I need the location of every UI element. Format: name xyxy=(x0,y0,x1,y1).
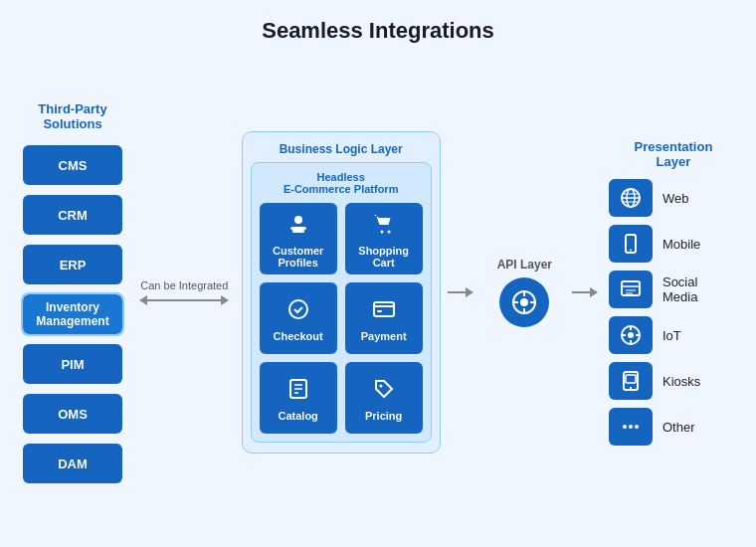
svg-point-39 xyxy=(623,425,627,429)
pricing-icon xyxy=(372,377,396,406)
pres-kiosks: Kiosks xyxy=(609,362,700,400)
iot-label: IoT xyxy=(662,328,681,343)
tp-inventory[interactable]: InventoryManagement xyxy=(23,294,122,334)
business-logic-layer: Business Logic Layer HeadlessE-Commerce … xyxy=(242,131,441,454)
svg-rect-6 xyxy=(374,302,394,316)
arrow-body xyxy=(147,299,221,301)
tp-pim[interactable]: PIM xyxy=(23,344,122,384)
module-checkout-label: Checkout xyxy=(274,330,323,342)
third-party-title: Third-PartySolutions xyxy=(38,101,106,131)
svg-point-40 xyxy=(629,425,633,429)
social-label: SocialMedia xyxy=(662,274,697,304)
svg-point-0 xyxy=(294,216,302,224)
module-pricing-label: Pricing xyxy=(365,410,402,422)
module-checkout[interactable]: Checkout xyxy=(260,282,337,354)
presentation-title: PresentationLayer xyxy=(609,139,738,169)
module-catalog-label: Catalog xyxy=(278,410,317,422)
arrow-left-head xyxy=(139,295,147,305)
svg-point-5 xyxy=(289,300,307,318)
module-shopping-cart[interactable]: ShoppingCart xyxy=(345,203,423,274)
pres-mobile: Mobile xyxy=(609,225,700,263)
headless-title: HeadlessE-Commerce Platform xyxy=(260,171,423,195)
svg-rect-2 xyxy=(292,229,304,233)
other-icon-box xyxy=(609,408,653,446)
module-catalog[interactable]: Catalog xyxy=(260,362,337,434)
checkout-icon xyxy=(286,297,310,326)
tp-cms[interactable]: CMS xyxy=(23,145,122,185)
svg-point-25 xyxy=(630,250,632,252)
svg-point-14 xyxy=(520,298,528,306)
module-pricing[interactable]: Pricing xyxy=(345,362,423,434)
third-party-column: Third-PartySolutions CMS CRM ERP Invento… xyxy=(18,101,127,483)
api-pres-arrowhead xyxy=(590,287,598,297)
arrow-right-head xyxy=(221,295,229,305)
web-icon-box xyxy=(609,179,653,217)
bll-title: Business Logic Layer xyxy=(251,142,432,156)
api-label: API Layer xyxy=(497,258,552,272)
tp-erp[interactable]: ERP xyxy=(23,245,122,284)
mobile-label: Mobile xyxy=(662,237,700,252)
svg-rect-7 xyxy=(377,310,382,312)
pres-other: Other xyxy=(609,408,695,446)
bll-api-arrowhead xyxy=(466,287,473,297)
arrow-label: Can be Integrated xyxy=(140,279,228,291)
kiosks-label: Kiosks xyxy=(662,374,700,389)
other-label: Other xyxy=(662,420,695,435)
tp-dam[interactable]: DAM xyxy=(23,444,122,483)
api-pres-line xyxy=(572,291,590,293)
module-payment[interactable]: Payment xyxy=(345,282,423,354)
catalog-icon xyxy=(286,377,310,406)
kiosks-icon-box xyxy=(609,362,653,400)
pres-web: Web xyxy=(609,179,689,217)
page-title: Seamless Integrations xyxy=(0,0,756,54)
customer-profiles-icon xyxy=(286,212,310,241)
svg-rect-37 xyxy=(626,375,636,383)
svg-point-31 xyxy=(628,332,634,338)
integration-arrow: Can be Integrated xyxy=(134,279,234,305)
mobile-icon-box xyxy=(609,225,653,263)
social-icon-box xyxy=(609,271,653,308)
api-layer: API Layer xyxy=(484,258,564,327)
module-cart-label: ShoppingCart xyxy=(358,245,409,269)
svg-point-41 xyxy=(635,425,639,429)
headless-platform: HeadlessE-Commerce Platform CustomerProf… xyxy=(251,162,432,443)
bll-api-line xyxy=(448,291,466,293)
tp-oms[interactable]: OMS xyxy=(23,394,122,434)
pres-social: SocialMedia xyxy=(609,271,697,308)
module-customer-profiles[interactable]: CustomerProfiles xyxy=(260,203,337,274)
tp-crm[interactable]: CRM xyxy=(23,195,122,235)
iot-icon-box xyxy=(609,316,653,354)
shopping-cart-icon xyxy=(372,212,396,241)
module-payment-label: Payment xyxy=(361,330,407,342)
payment-icon xyxy=(372,297,396,326)
web-label: Web xyxy=(662,191,689,206)
presentation-layer: PresentationLayer Web Mobile xyxy=(609,139,738,446)
svg-point-4 xyxy=(387,230,390,233)
svg-point-3 xyxy=(380,230,383,233)
api-icon-box xyxy=(499,277,549,327)
module-customer-label: CustomerProfiles xyxy=(273,245,323,269)
bll-api-arrow xyxy=(448,287,477,297)
svg-point-12 xyxy=(379,384,382,387)
modules-grid: CustomerProfiles ShoppingCart Checkout xyxy=(260,203,423,434)
pres-iot: IoT xyxy=(609,316,681,354)
api-pres-arrow xyxy=(572,287,602,297)
